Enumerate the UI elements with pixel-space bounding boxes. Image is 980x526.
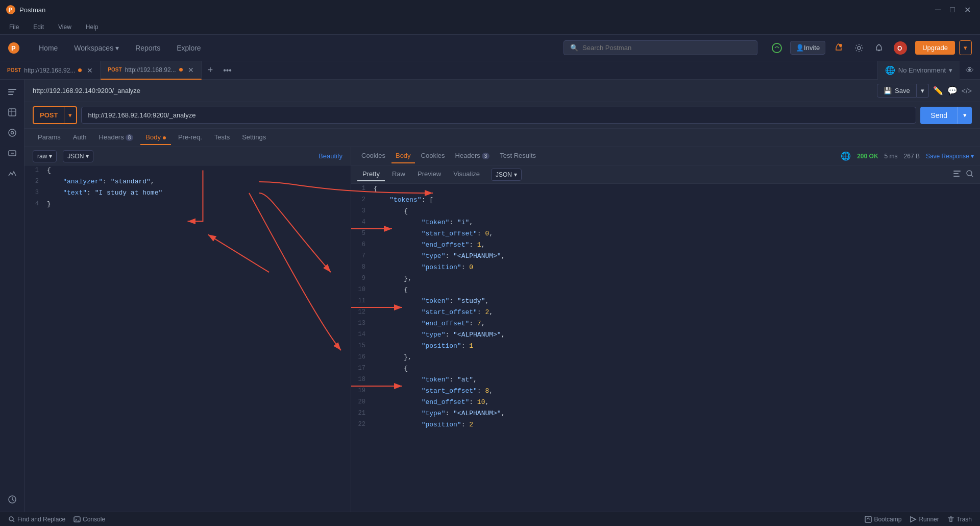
console-icon [74,516,81,523]
tab-settings[interactable]: Settings [237,130,271,145]
resp-view-visualize[interactable]: Visualize [448,168,485,181]
body-type-selector[interactable]: JSON ▾ [63,150,93,162]
resp-tab-cookies-req[interactable]: Cookies [357,149,389,163]
settings-icon[interactable] [852,41,866,55]
resp-tab-body[interactable]: Body [391,149,415,163]
resp-tab-cookies[interactable]: Cookies [417,149,449,163]
window-controls: ─ □ ✕ [932,4,974,16]
wrap-lines-button[interactable] [952,169,962,180]
find-replace-icon [8,516,15,523]
notifications-icon[interactable] [831,41,846,55]
resp-line-21: 21 "type": "<ALPHANUM>", [351,409,974,420]
svg-rect-9 [8,89,16,90]
status-code: 200 OK [857,153,878,160]
add-tab-button[interactable]: + [202,65,219,76]
req-line-1: 1 { [24,165,351,177]
response-format-bar: Pretty Raw Preview Visualize JSON ▾ [351,165,980,184]
method-dropdown-button[interactable]: ▾ [64,107,76,123]
request-tabs: Params Auth Headers8 Body Pre-req. Tests… [24,129,980,147]
nav-explore[interactable]: Explore [169,40,208,56]
console-button[interactable]: Console [74,516,105,523]
tab-2-close[interactable]: ✕ [188,66,194,74]
trash-button[interactable]: Trash [947,516,972,523]
tab-2-dot [179,68,183,71]
edit-button[interactable]: ✏️ [933,86,943,95]
resp-view-pretty[interactable]: Pretty [357,168,385,181]
search-response-button[interactable] [966,169,974,180]
send-dropdown-button[interactable]: ▾ [958,107,972,124]
method-button[interactable]: POST [34,107,64,123]
upgrade-dropdown-arrow[interactable]: ▾ [959,40,972,55]
more-tabs-button[interactable]: ••• [219,66,236,75]
tab-2[interactable]: POST http://192.168.92... ✕ [101,61,201,80]
bootcamp-button[interactable]: Bootcamp [865,516,901,523]
resp-view-raw[interactable]: Raw [387,168,410,181]
svg-point-6 [857,46,861,50]
req-line-3: 3 "text": "I study at home" [24,188,351,199]
menu-help[interactable]: Help [83,21,102,33]
bell-icon[interactable] [872,41,886,55]
menu-edit[interactable]: Edit [30,21,47,33]
sidebar-monitors-icon[interactable] [4,165,20,182]
minimize-button[interactable]: ─ [932,4,944,15]
save-button[interactable]: 💾 Save [877,84,917,98]
sidebar-new-icon[interactable] [4,84,20,100]
chevron-down-icon: ▾ [115,44,119,52]
tab-1-close[interactable]: ✕ [87,66,93,75]
menu-view[interactable]: View [55,21,75,33]
close-button[interactable]: ✕ [961,4,974,16]
nav-reports[interactable]: Reports [128,40,167,56]
save-dropdown-button[interactable]: ▾ [917,84,929,98]
invite-button[interactable]: 👤 Invite [790,41,825,55]
avatar-icon[interactable]: O [892,39,909,57]
sync-icon[interactable] [770,41,784,55]
tab-auth[interactable]: Auth [68,130,92,145]
beautify-button[interactable]: Beautify [318,152,342,160]
response-tabs: Cookies Body Cookies Headers3 Test Resul… [357,149,540,163]
tab-prereq[interactable]: Pre-req. [173,130,207,145]
resp-line-12: 12 "start_offset": 2, [351,307,974,319]
tab-body[interactable]: Body [140,130,171,145]
resp-tab-test-results[interactable]: Test Results [496,149,540,163]
svg-rect-12 [9,109,16,116]
nav-home[interactable]: Home [32,40,65,56]
env-eye-button[interactable]: 👁 [960,66,980,75]
svg-rect-29 [865,516,871,522]
url-bar-actions: 💾 Save ▾ ✏️ 💬 </> [877,84,972,98]
resp-line-6: 6 "end_offset": 1, [351,240,974,251]
tab-tests[interactable]: Tests [209,130,235,145]
menu-file[interactable]: File [6,21,22,33]
search-input[interactable] [582,44,751,52]
method-selector[interactable]: POST ▾ [33,106,77,124]
tab-headers[interactable]: Headers8 [94,130,139,145]
find-replace-button[interactable]: Find and Replace [8,516,65,523]
response-body-content[interactable]: 1 { 2 "tokens": [ 3 { 4 [351,184,980,512]
tab-1[interactable]: POST http://192.168.92... ✕ [0,61,101,80]
environment-selector[interactable]: 🌐 No Environment ▾ [877,61,960,80]
response-area: Cookies Body Cookies Headers3 Test Resul… [351,147,980,512]
resp-format-selector[interactable]: JSON ▾ [491,169,522,181]
tab-params[interactable]: Params [33,130,66,145]
sidebar-collections-icon[interactable] [4,104,20,121]
sidebar-mock-icon[interactable] [4,145,20,161]
search-bar[interactable]: 🔍 [564,40,757,55]
request-body-panel: raw ▾ JSON ▾ Beautify 1 { [24,147,351,512]
comment-button[interactable]: 💬 [947,86,958,95]
save-response-button[interactable]: Save Response ▾ [926,153,974,160]
sidebar-environments-icon[interactable] [4,125,20,141]
upgrade-button[interactable]: Upgrade [915,41,955,55]
resp-view-preview[interactable]: Preview [412,168,446,181]
app-title: Postman [19,6,45,14]
code-button[interactable]: </> [962,87,972,95]
maximize-button[interactable]: □ [947,4,958,15]
status-bar-right: Bootcamp Runner Trash [865,516,972,523]
url-input[interactable] [81,107,916,124]
send-button[interactable]: Send [920,107,958,124]
body-format-selector[interactable]: raw ▾ [33,150,57,162]
sidebar-history-icon[interactable] [4,491,20,508]
resp-tab-headers[interactable]: Headers3 [451,149,494,163]
nav-workspaces[interactable]: Workspaces ▾ [67,40,126,56]
runner-icon [910,516,917,523]
runner-button[interactable]: Runner [910,516,939,523]
request-body-editor[interactable]: 1 { 2 "analyzer": "standard", 3 "text": … [24,165,351,512]
